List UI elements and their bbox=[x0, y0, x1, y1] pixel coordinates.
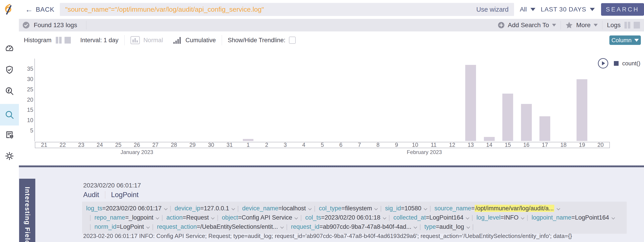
field-device_ip[interactable]: device_ip=127.0.0.1 bbox=[175, 205, 234, 212]
field-request_action[interactable]: request_action=/UebaEntitySelections/ent… bbox=[157, 223, 283, 230]
field-action[interactable]: action=Request bbox=[166, 214, 214, 221]
field-log_ts[interactable]: log_ts=2023/02/20 06:01:17 bbox=[86, 205, 166, 212]
chevron-down-icon[interactable] bbox=[530, 8, 536, 11]
histogram-bar[interactable] bbox=[576, 79, 587, 141]
field-logpoint_name[interactable]: logpoint_name=LogPoint164 bbox=[532, 214, 614, 221]
chevron-down-icon[interactable] bbox=[590, 8, 595, 11]
play-circle-icon[interactable] bbox=[598, 58, 608, 69]
legend-label[interactable]: count() bbox=[622, 60, 640, 67]
histogram-bar[interactable] bbox=[243, 139, 254, 141]
histogram-bar[interactable] bbox=[521, 104, 532, 141]
trendline-label: Show/Hide Trendline: bbox=[228, 37, 286, 44]
field-request_id[interactable]: request_id=ab907cdc-9ba7-47a8-b40f-4ad..… bbox=[291, 223, 416, 230]
field-separator: | bbox=[419, 223, 421, 230]
field-value: localhost bbox=[282, 205, 306, 212]
field-equals: = bbox=[116, 223, 120, 230]
field-value: /opt/immune/var/log/audit/a... bbox=[475, 205, 554, 212]
more-button[interactable]: More bbox=[565, 21, 598, 29]
chevron-down-icon bbox=[424, 207, 427, 210]
chevron-down-icon bbox=[634, 39, 639, 42]
histogram-bar[interactable] bbox=[465, 65, 476, 141]
field-device_name[interactable]: device_name=localhost bbox=[242, 205, 310, 212]
search-button[interactable]: SEARCH bbox=[601, 3, 644, 16]
search-query-input[interactable]: "source_name"="/opt/immune/var/log/audit… bbox=[60, 3, 514, 16]
field-separator: | bbox=[314, 205, 316, 212]
field-equals: = bbox=[500, 214, 504, 221]
field-norm_id[interactable]: norm_id=LogPoint bbox=[94, 223, 149, 230]
search-icon bbox=[5, 110, 14, 120]
histogram-bar[interactable] bbox=[484, 137, 495, 141]
log-source-label[interactable]: LogPoint bbox=[111, 191, 138, 199]
field-key: action bbox=[166, 214, 182, 221]
field-equals: = bbox=[319, 223, 323, 230]
back-label: BACK bbox=[36, 6, 54, 13]
interesting-fields-tab[interactable]: Interesting Fields bbox=[19, 179, 35, 242]
chevron-down-icon bbox=[156, 216, 160, 220]
split-view-icon[interactable] bbox=[624, 21, 631, 29]
chart-type-dropdown[interactable]: Column bbox=[609, 35, 641, 45]
chevron-down-icon bbox=[552, 24, 556, 26]
full-view-icon[interactable] bbox=[633, 21, 640, 29]
sidebar-item-search[interactable] bbox=[0, 104, 19, 125]
chevron-down-icon bbox=[294, 216, 298, 220]
normal-mode-button[interactable]: Normal bbox=[130, 36, 163, 44]
repo-scope-dropdown[interactable]: All bbox=[520, 6, 527, 13]
cumulative-mode-button[interactable]: Cumulative bbox=[173, 36, 216, 44]
results-bar: Found 123 logs Add Search To More Logs bbox=[0, 19, 644, 31]
field-key: col_type bbox=[319, 205, 342, 212]
field-repo_name[interactable]: repo_name=_logpoint bbox=[94, 214, 158, 221]
histogram-bar[interactable] bbox=[502, 94, 513, 141]
chevron-down-icon bbox=[374, 207, 378, 210]
field-type[interactable]: type=audit_log bbox=[424, 223, 468, 230]
field-equals: = bbox=[426, 214, 430, 221]
interesting-fields-label: Interesting Fields bbox=[24, 187, 31, 242]
chevron-down-icon bbox=[612, 216, 615, 220]
full-view-icon[interactable] bbox=[64, 37, 71, 44]
legend-swatch bbox=[614, 61, 618, 66]
field-key: norm_id bbox=[94, 223, 116, 230]
field-equals: = bbox=[342, 205, 345, 212]
field-separator: | bbox=[170, 205, 171, 212]
sidebar-item-dashboard[interactable] bbox=[0, 38, 19, 59]
time-range-dropdown[interactable]: LAST 30 DAYS bbox=[541, 6, 586, 13]
field-separator: | bbox=[300, 214, 302, 221]
field-separator: | bbox=[380, 205, 382, 212]
trendline-checkbox[interactable] bbox=[289, 37, 296, 44]
chevron-down-icon bbox=[232, 207, 235, 210]
field-col_type[interactable]: col_type=filesystem bbox=[319, 205, 377, 212]
field-source_name[interactable]: source_name=/opt/immune/var/log/audit/a.… bbox=[434, 205, 559, 212]
sidebar-item-settings[interactable] bbox=[0, 145, 19, 167]
field-key: device_ip bbox=[175, 205, 200, 212]
field-separator: | bbox=[152, 223, 154, 230]
field-sig_id[interactable]: sig_id=10580 bbox=[385, 205, 426, 212]
back-button[interactable]: ← BACK bbox=[25, 5, 54, 13]
field-log_level[interactable]: log_level=INFO bbox=[476, 214, 523, 221]
field-equals: = bbox=[471, 205, 475, 212]
field-key: logpoint_name bbox=[532, 214, 571, 221]
field-list: log_ts=2023/02/20 06:01:17|device_ip=127… bbox=[82, 202, 627, 234]
field-equals: = bbox=[401, 205, 404, 212]
split-view-icon[interactable] bbox=[55, 37, 62, 44]
add-search-to-button[interactable]: Add Search To bbox=[498, 21, 556, 29]
field-col_ts[interactable]: col_ts=2023/02/20 06:01:18 bbox=[305, 214, 385, 221]
use-wizard-link[interactable]: Use wizard bbox=[476, 6, 508, 13]
sidebar-item-reports[interactable] bbox=[0, 124, 19, 145]
divider bbox=[124, 35, 124, 45]
field-equals: = bbox=[200, 205, 204, 212]
log-type-label[interactable]: Audit bbox=[83, 191, 99, 199]
field-key: log_ts bbox=[86, 205, 102, 212]
field-equals: = bbox=[102, 205, 106, 212]
interval-label: Interval: 1 day bbox=[80, 37, 118, 44]
field-object[interactable]: object=Config API Service bbox=[222, 214, 297, 221]
sidebar-item-compliance[interactable] bbox=[0, 59, 19, 81]
results-status: Found 123 logs bbox=[34, 21, 77, 29]
histogram-title: Histogram bbox=[24, 37, 52, 44]
field-collected_at[interactable]: collected_at=LogPoint164 bbox=[394, 214, 468, 221]
sidebar-item-threat-hunting[interactable] bbox=[0, 80, 19, 102]
field-separator: | bbox=[237, 205, 239, 212]
field-value: audit_log bbox=[440, 223, 464, 230]
field-separator: | bbox=[90, 223, 91, 230]
plus-circle-icon bbox=[498, 22, 504, 28]
histogram-bar[interactable] bbox=[540, 116, 550, 141]
field-key: request_id bbox=[291, 223, 319, 230]
